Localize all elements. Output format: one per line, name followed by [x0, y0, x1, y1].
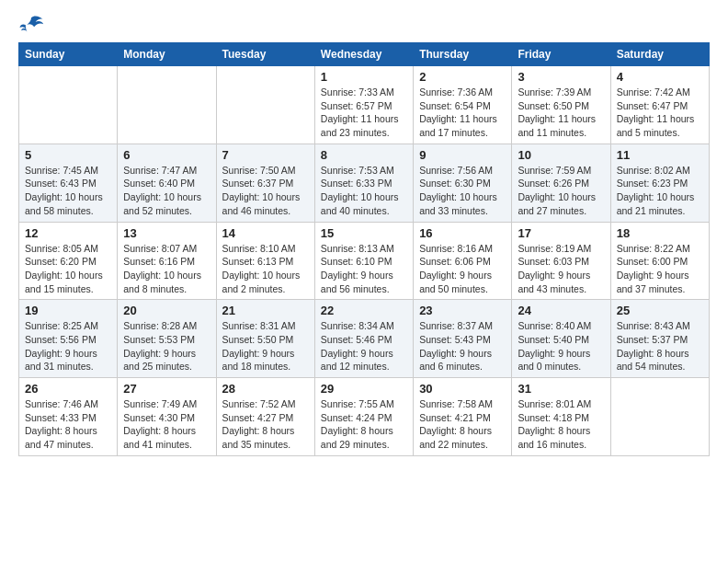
calendar-cell: 27Sunrise: 7:49 AM Sunset: 4:30 PM Dayli…	[118, 378, 216, 456]
day-number: 14	[222, 226, 309, 240]
day-info: Sunrise: 7:45 AM Sunset: 6:43 PM Dayligh…	[25, 164, 111, 218]
calendar-row: 5Sunrise: 7:45 AM Sunset: 6:43 PM Daylig…	[19, 144, 710, 222]
day-number: 17	[518, 226, 604, 240]
day-info: Sunrise: 8:19 AM Sunset: 6:03 PM Dayligh…	[518, 242, 604, 296]
day-info: Sunrise: 8:10 AM Sunset: 6:13 PM Dayligh…	[222, 242, 309, 296]
day-info: Sunrise: 7:33 AM Sunset: 6:57 PM Dayligh…	[321, 86, 407, 140]
calendar-cell: 13Sunrise: 8:07 AM Sunset: 6:16 PM Dayli…	[118, 222, 216, 300]
weekday-header-sunday: Sunday	[19, 43, 118, 66]
weekday-header-thursday: Thursday	[414, 43, 512, 66]
header	[18, 15, 710, 35]
day-number: 20	[123, 304, 210, 317]
calendar-cell: 11Sunrise: 8:02 AM Sunset: 6:23 PM Dayli…	[610, 144, 709, 222]
day-info: Sunrise: 8:13 AM Sunset: 6:10 PM Dayligh…	[321, 242, 407, 296]
calendar-cell: 2Sunrise: 7:36 AM Sunset: 6:54 PM Daylig…	[414, 66, 512, 144]
day-info: Sunrise: 7:47 AM Sunset: 6:40 PM Dayligh…	[123, 164, 210, 218]
day-info: Sunrise: 7:50 AM Sunset: 6:37 PM Dayligh…	[222, 164, 309, 218]
calendar-cell: 9Sunrise: 7:56 AM Sunset: 6:30 PM Daylig…	[414, 144, 512, 222]
calendar-cell: 4Sunrise: 7:42 AM Sunset: 6:47 PM Daylig…	[610, 66, 709, 144]
day-number: 13	[123, 226, 210, 240]
calendar-cell: 18Sunrise: 8:22 AM Sunset: 6:00 PM Dayli…	[610, 222, 709, 300]
day-number: 3	[518, 70, 604, 84]
day-number: 10	[518, 148, 604, 162]
calendar-cell: 14Sunrise: 8:10 AM Sunset: 6:13 PM Dayli…	[216, 222, 314, 300]
day-info: Sunrise: 8:16 AM Sunset: 6:06 PM Dayligh…	[419, 242, 506, 296]
calendar-cell: 5Sunrise: 7:45 AM Sunset: 6:43 PM Daylig…	[19, 144, 118, 222]
day-number: 7	[222, 148, 309, 162]
day-number: 27	[123, 382, 210, 396]
day-info: Sunrise: 7:59 AM Sunset: 6:26 PM Dayligh…	[518, 164, 604, 218]
day-number: 15	[321, 226, 407, 240]
calendar-cell: 16Sunrise: 8:16 AM Sunset: 6:06 PM Dayli…	[414, 222, 512, 300]
day-number: 31	[518, 382, 604, 396]
day-info: Sunrise: 7:49 AM Sunset: 4:30 PM Dayligh…	[123, 397, 210, 452]
day-info: Sunrise: 8:37 AM Sunset: 5:43 PM Dayligh…	[419, 319, 506, 373]
calendar-cell: 20Sunrise: 8:28 AM Sunset: 5:53 PM Dayli…	[118, 300, 216, 378]
day-number: 29	[321, 382, 407, 396]
calendar-cell: 3Sunrise: 7:39 AM Sunset: 6:50 PM Daylig…	[512, 66, 610, 144]
day-info: Sunrise: 7:58 AM Sunset: 4:21 PM Dayligh…	[419, 397, 506, 452]
calendar-cell: 31Sunrise: 8:01 AM Sunset: 4:18 PM Dayli…	[512, 378, 610, 456]
day-info: Sunrise: 8:31 AM Sunset: 5:50 PM Dayligh…	[222, 319, 309, 373]
calendar-cell: 1Sunrise: 7:33 AM Sunset: 6:57 PM Daylig…	[314, 66, 413, 144]
day-number: 1	[321, 70, 407, 84]
day-number: 4	[617, 70, 703, 84]
weekday-header-wednesday: Wednesday	[314, 43, 413, 66]
weekday-header-row: SundayMondayTuesdayWednesdayThursdayFrid…	[19, 43, 710, 66]
logo-icon	[18, 15, 44, 35]
calendar-cell: 26Sunrise: 7:46 AM Sunset: 4:33 PM Dayli…	[19, 378, 118, 456]
day-number: 18	[617, 226, 703, 240]
day-number: 16	[419, 226, 506, 240]
calendar-cell: 30Sunrise: 7:58 AM Sunset: 4:21 PM Dayli…	[414, 378, 512, 456]
calendar-row: 12Sunrise: 8:05 AM Sunset: 6:20 PM Dayli…	[19, 222, 710, 300]
day-number: 23	[419, 304, 506, 317]
calendar-cell: 10Sunrise: 7:59 AM Sunset: 6:26 PM Dayli…	[512, 144, 610, 222]
day-number: 25	[617, 304, 703, 317]
day-info: Sunrise: 8:28 AM Sunset: 5:53 PM Dayligh…	[123, 319, 210, 373]
weekday-header-monday: Monday	[118, 43, 216, 66]
day-number: 5	[25, 148, 111, 162]
day-info: Sunrise: 7:56 AM Sunset: 6:30 PM Dayligh…	[419, 164, 506, 218]
day-number: 22	[321, 304, 407, 317]
day-number: 21	[222, 304, 309, 317]
day-info: Sunrise: 8:43 AM Sunset: 5:37 PM Dayligh…	[617, 319, 703, 373]
day-number: 2	[419, 70, 506, 84]
day-number: 9	[419, 148, 506, 162]
day-number: 12	[25, 226, 111, 240]
day-info: Sunrise: 7:39 AM Sunset: 6:50 PM Dayligh…	[518, 86, 604, 140]
calendar-cell: 28Sunrise: 7:52 AM Sunset: 4:27 PM Dayli…	[216, 378, 314, 456]
weekday-header-saturday: Saturday	[610, 43, 709, 66]
day-number: 30	[419, 382, 506, 396]
day-number: 26	[25, 382, 111, 396]
calendar-table: SundayMondayTuesdayWednesdayThursdayFrid…	[18, 42, 710, 456]
day-info: Sunrise: 7:36 AM Sunset: 6:54 PM Dayligh…	[419, 86, 506, 140]
calendar-cell: 19Sunrise: 8:25 AM Sunset: 5:56 PM Dayli…	[19, 300, 118, 378]
calendar-cell: 22Sunrise: 8:34 AM Sunset: 5:46 PM Dayli…	[314, 300, 413, 378]
day-number: 8	[321, 148, 407, 162]
calendar-cell: 29Sunrise: 7:55 AM Sunset: 4:24 PM Dayli…	[314, 378, 413, 456]
calendar-cell	[610, 378, 709, 456]
calendar-cell	[216, 66, 314, 144]
logo	[18, 15, 46, 35]
calendar-cell: 23Sunrise: 8:37 AM Sunset: 5:43 PM Dayli…	[414, 300, 512, 378]
day-info: Sunrise: 8:01 AM Sunset: 4:18 PM Dayligh…	[518, 397, 604, 452]
calendar-cell	[19, 66, 118, 144]
day-number: 11	[617, 148, 703, 162]
calendar-cell: 17Sunrise: 8:19 AM Sunset: 6:03 PM Dayli…	[512, 222, 610, 300]
day-info: Sunrise: 7:53 AM Sunset: 6:33 PM Dayligh…	[321, 164, 407, 218]
calendar-cell: 21Sunrise: 8:31 AM Sunset: 5:50 PM Dayli…	[216, 300, 314, 378]
calendar-cell: 7Sunrise: 7:50 AM Sunset: 6:37 PM Daylig…	[216, 144, 314, 222]
calendar-row: 1Sunrise: 7:33 AM Sunset: 6:57 PM Daylig…	[19, 66, 710, 144]
day-info: Sunrise: 7:52 AM Sunset: 4:27 PM Dayligh…	[222, 397, 309, 452]
day-number: 6	[123, 148, 210, 162]
day-number: 24	[518, 304, 604, 317]
day-info: Sunrise: 7:42 AM Sunset: 6:47 PM Dayligh…	[617, 86, 703, 140]
calendar-cell	[118, 66, 216, 144]
day-info: Sunrise: 8:34 AM Sunset: 5:46 PM Dayligh…	[321, 319, 407, 373]
day-info: Sunrise: 8:40 AM Sunset: 5:40 PM Dayligh…	[518, 319, 604, 373]
day-info: Sunrise: 8:25 AM Sunset: 5:56 PM Dayligh…	[25, 319, 111, 373]
calendar-cell: 6Sunrise: 7:47 AM Sunset: 6:40 PM Daylig…	[118, 144, 216, 222]
day-info: Sunrise: 8:05 AM Sunset: 6:20 PM Dayligh…	[25, 242, 111, 296]
weekday-header-friday: Friday	[512, 43, 610, 66]
weekday-header-tuesday: Tuesday	[216, 43, 314, 66]
